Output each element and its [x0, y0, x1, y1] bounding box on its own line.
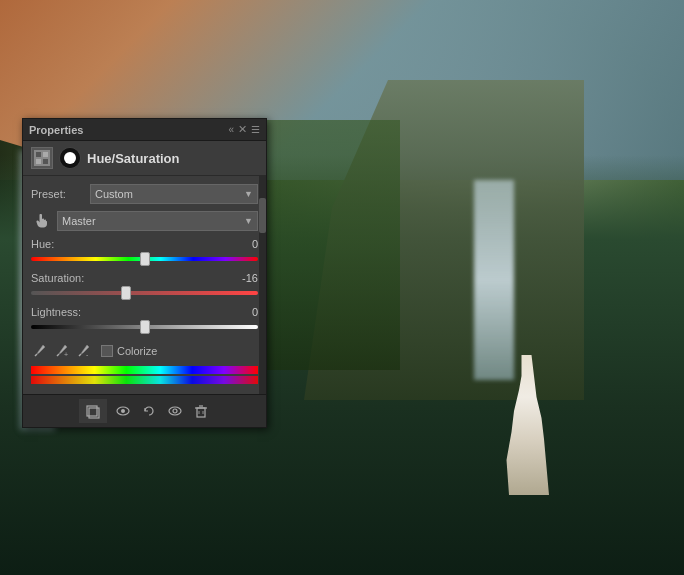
scrollbar-thumb[interactable]: [259, 198, 266, 233]
svg-line-7: [35, 354, 37, 356]
svg-text:-: -: [86, 351, 89, 358]
saturation-label: Saturation:: [31, 272, 84, 284]
titlebar-controls: « ✕ ☰: [228, 123, 260, 136]
mask-visibility-icon[interactable]: [165, 401, 185, 421]
hue-thumb[interactable]: [140, 252, 150, 266]
delete-icon[interactable]: [191, 401, 211, 421]
svg-point-6: [64, 152, 76, 164]
channel-dropdown-arrow-icon: ▼: [244, 216, 253, 226]
tools-row: + - Colorize: [31, 340, 258, 360]
saturation-slider[interactable]: [31, 286, 258, 300]
eyedropper-plus-icon[interactable]: +: [53, 342, 71, 360]
svg-point-17: [173, 409, 177, 413]
lightness-value: 0: [233, 306, 258, 318]
adjustment-title: Hue/Saturation: [87, 151, 179, 166]
history-icon[interactable]: [139, 401, 159, 421]
lightness-slider[interactable]: [31, 320, 258, 334]
svg-line-8: [57, 354, 59, 356]
lightness-label: Lightness:: [31, 306, 81, 318]
spectrum-bar-top: [31, 366, 258, 374]
panel-menu-icon[interactable]: ☰: [251, 124, 260, 135]
channel-value: Master: [62, 215, 96, 227]
hue-label: Hue:: [31, 238, 54, 250]
svg-line-10: [79, 354, 81, 356]
svg-point-16: [169, 407, 181, 415]
colorize-checkbox[interactable]: [101, 345, 113, 357]
toolbar-group: [79, 399, 107, 423]
hue-label-row: Hue: 0: [31, 238, 258, 250]
collapse-icon[interactable]: «: [228, 124, 234, 135]
spectrum-bar-bottom: [31, 376, 258, 384]
preset-label: Preset:: [31, 188, 86, 200]
dropdown-arrow-icon: ▼: [244, 189, 253, 199]
eyedropper-minus-icon[interactable]: -: [75, 342, 93, 360]
svg-rect-2: [43, 152, 48, 157]
panel-content: Preset: Custom ▼ Master ▼: [23, 176, 266, 394]
svg-rect-18: [197, 408, 205, 417]
hue-slider[interactable]: [31, 252, 258, 266]
panel-toolbar: [23, 394, 266, 427]
svg-rect-3: [36, 159, 41, 164]
hue-value: 0: [233, 238, 258, 250]
panel-body: Preset: Custom ▼ Master ▼: [23, 176, 266, 394]
saturation-section: Saturation: -16: [31, 272, 258, 300]
lightness-label-row: Lightness: 0: [31, 306, 258, 318]
saturation-thumb[interactable]: [121, 286, 131, 300]
svg-point-15: [121, 409, 125, 413]
target-hand-icon[interactable]: [31, 210, 53, 232]
preset-value: Custom: [95, 188, 133, 200]
hue-section: Hue: 0: [31, 238, 258, 266]
eyedropper-icon[interactable]: [31, 342, 49, 360]
mask-thumbnail: [59, 147, 81, 169]
waterfall-right: [474, 180, 514, 380]
svg-text:+: +: [64, 351, 68, 358]
colorize-label: Colorize: [117, 345, 157, 357]
channel-dropdown[interactable]: Master ▼: [57, 211, 258, 231]
panel-layer-header: Hue/Saturation: [23, 141, 266, 176]
panel-scrollbar[interactable]: [259, 176, 266, 394]
preset-row: Preset: Custom ▼: [31, 184, 258, 204]
lightness-section: Lightness: 0: [31, 306, 258, 334]
saturation-label-row: Saturation: -16: [31, 272, 258, 284]
svg-rect-4: [43, 159, 48, 164]
lightness-thumb[interactable]: [140, 320, 150, 334]
preset-dropdown[interactable]: Custom ▼: [90, 184, 258, 204]
close-button[interactable]: ✕: [238, 123, 247, 136]
panel-title: Properties: [29, 124, 83, 136]
visibility-icon[interactable]: [113, 401, 133, 421]
properties-panel: Properties « ✕ ☰ Hue/Saturation: [22, 118, 267, 428]
channel-row: Master ▼: [31, 210, 258, 232]
colorize-wrap: Colorize: [101, 345, 157, 357]
panel-titlebar: Properties « ✕ ☰: [23, 119, 266, 141]
layer-thumbnail: [31, 147, 53, 169]
saturation-value: -16: [233, 272, 258, 284]
svg-rect-1: [36, 152, 41, 157]
new-layer-icon[interactable]: [83, 401, 103, 421]
saturation-track: [31, 291, 258, 295]
